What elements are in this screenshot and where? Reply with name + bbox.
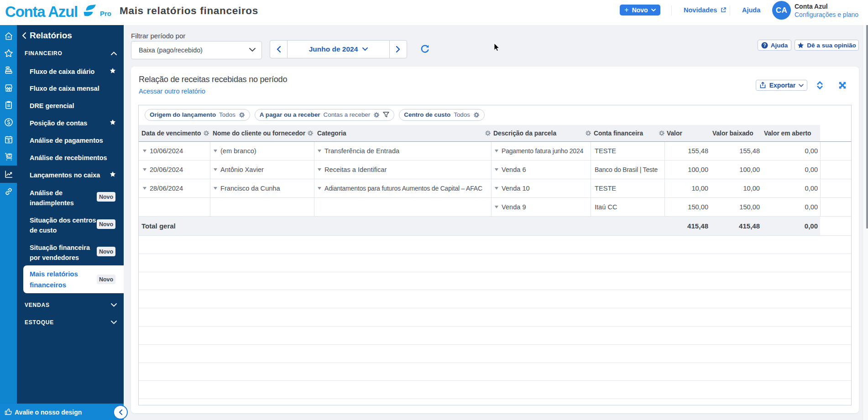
svg-text:?: ? <box>763 43 766 48</box>
